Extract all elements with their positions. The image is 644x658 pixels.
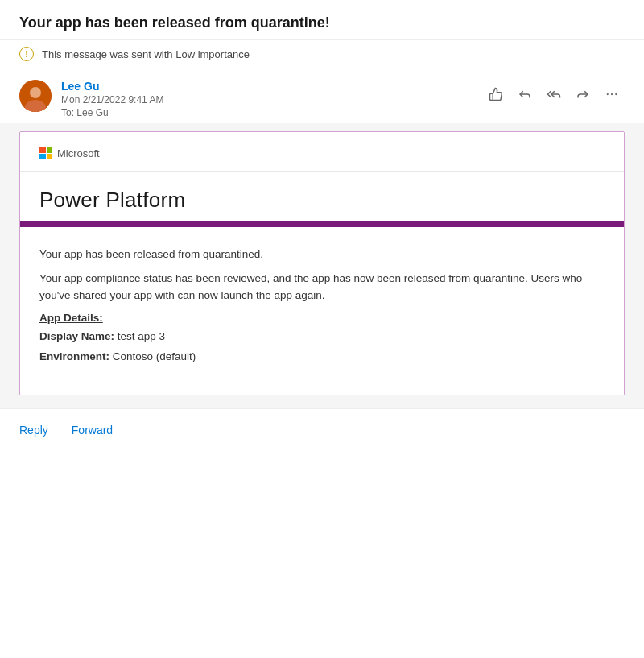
ms-logo-text: Microsoft bbox=[57, 147, 100, 159]
email-date: Mon 2/21/2022 9:41 AM bbox=[61, 94, 163, 106]
avatar-image bbox=[19, 80, 52, 112]
environment-row: Environment: Contoso (default) bbox=[39, 350, 605, 362]
svg-point-1 bbox=[30, 87, 41, 98]
more-icon bbox=[605, 87, 619, 101]
display-name-value-text: test app 3 bbox=[118, 330, 165, 342]
reply-button[interactable] bbox=[512, 81, 538, 107]
svg-point-5 bbox=[615, 93, 617, 95]
action-buttons bbox=[483, 81, 625, 107]
svg-point-3 bbox=[607, 93, 609, 95]
importance-banner: ! This message was sent with Low importa… bbox=[0, 39, 644, 68]
reply-all-button[interactable] bbox=[541, 81, 567, 107]
sender-info: Lee Gu Mon 2/21/2022 9:41 AM To: Lee Gu bbox=[19, 80, 163, 118]
svg-point-4 bbox=[611, 93, 613, 95]
reply-link-button[interactable]: Reply bbox=[19, 420, 48, 440]
sender-details: Lee Gu Mon 2/21/2022 9:41 AM To: Lee Gu bbox=[61, 80, 163, 118]
forward-button[interactable] bbox=[570, 81, 596, 107]
like-button[interactable] bbox=[483, 81, 509, 107]
avatar bbox=[19, 80, 52, 112]
display-name-label: Display Name: bbox=[39, 330, 114, 342]
ms-logo-yellow bbox=[47, 154, 53, 160]
purple-bar bbox=[20, 221, 624, 227]
email-card: Microsoft Power Platform Your app has be… bbox=[19, 131, 625, 395]
email-header: Lee Gu Mon 2/21/2022 9:41 AM To: Lee Gu bbox=[0, 68, 644, 123]
forward-icon bbox=[576, 87, 590, 101]
importance-icon: ! bbox=[19, 47, 34, 61]
importance-text: This message was sent with Low importanc… bbox=[42, 48, 250, 60]
reply-icon bbox=[518, 87, 532, 101]
email-subject: Your app has been released from quaranti… bbox=[0, 0, 644, 39]
ms-logo-squares bbox=[39, 147, 52, 159]
ms-logo-red bbox=[39, 147, 46, 153]
email-card-header: Microsoft bbox=[20, 132, 624, 172]
sender-name: Lee Gu bbox=[61, 80, 163, 93]
email-card-brand: Power Platform bbox=[20, 172, 624, 221]
environment-value-text: Contoso (default) bbox=[113, 350, 196, 362]
environment-label: Environment: bbox=[39, 350, 109, 362]
ms-logo-green bbox=[47, 147, 53, 153]
email-viewer: Your app has been released from quaranti… bbox=[0, 0, 644, 658]
email-to: To: Lee Gu bbox=[61, 107, 163, 118]
brand-title: Power Platform bbox=[39, 188, 605, 213]
content-line-1: Your app has been released from quaranti… bbox=[39, 246, 605, 263]
ms-logo: Microsoft bbox=[39, 147, 100, 159]
email-body-container: Microsoft Power Platform Your app has be… bbox=[0, 123, 644, 408]
ms-logo-blue bbox=[39, 154, 46, 160]
more-button[interactable] bbox=[599, 81, 625, 107]
reply-all-icon bbox=[547, 87, 561, 101]
avatar-inner bbox=[19, 80, 52, 112]
like-icon bbox=[489, 87, 503, 101]
display-name-row: Display Name: test app 3 bbox=[39, 330, 605, 342]
action-divider bbox=[60, 423, 60, 437]
forward-link-button[interactable]: Forward bbox=[72, 420, 113, 440]
content-line-2: Your app compliance status has been revi… bbox=[39, 271, 605, 304]
app-details-label: App Details: bbox=[39, 312, 605, 324]
email-footer-actions: Reply Forward bbox=[0, 408, 644, 451]
email-card-content: Your app has been released from quaranti… bbox=[20, 227, 624, 395]
